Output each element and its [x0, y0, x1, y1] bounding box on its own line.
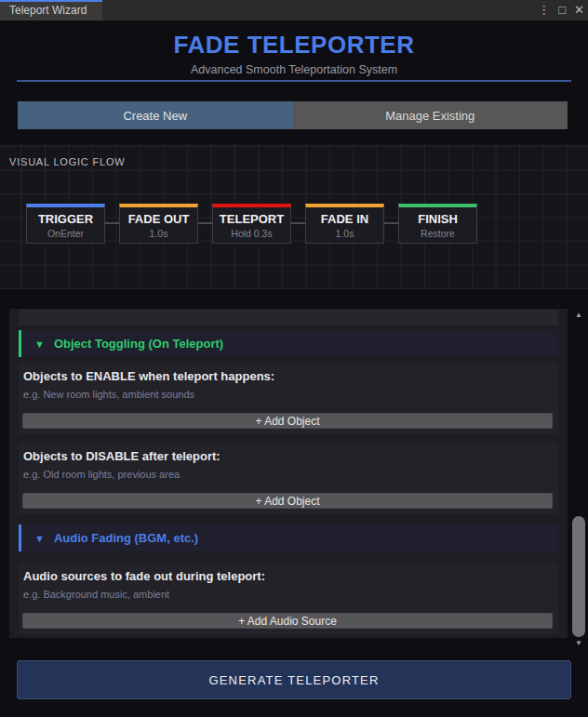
audio-sources-hint: e.g. Background music, ambient — [19, 589, 558, 600]
menu-icon[interactable]: ⋮ — [538, 0, 550, 20]
flow-node-trigger: TRIGGER OnEnter — [26, 204, 105, 244]
audio-sources-group: Audio sources to fade out during telepor… — [19, 563, 558, 634]
teleport-wizard-window: Teleport Wizard ⋮ □ ✕ FADE TELEPORTER Ad… — [0, 0, 588, 717]
maximize-icon[interactable]: □ — [558, 0, 566, 20]
node-title: TELEPORT — [213, 212, 290, 226]
section-title: Object Toggling (On Teleport) — [54, 337, 223, 351]
flow-node-finish: FINISH Restore — [398, 204, 477, 244]
main-tabs: Create New Manage Existing — [18, 101, 568, 129]
node-subtitle: 1.0s — [306, 228, 383, 239]
collapse-triangle-icon: ▼ — [34, 533, 45, 544]
window-controls: ⋮ □ ✕ — [538, 0, 584, 20]
disable-objects-group: Objects to DISABLE after teleport: e.g. … — [19, 443, 558, 514]
node-title: FADE IN — [306, 212, 383, 226]
scrollbar-down-arrow-icon[interactable]: ▼ — [571, 639, 586, 648]
add-enable-object-button[interactable]: + Add Object — [22, 413, 553, 429]
node-title: FINISH — [399, 212, 476, 226]
flow-node-teleport: TELEPORT Hold 0.3s — [212, 204, 291, 244]
tab-manage-existing[interactable]: Manage Existing — [293, 101, 568, 129]
enable-objects-hint: e.g. New room lights, ambient sounds — [19, 389, 558, 400]
disable-objects-hint: e.g. Old room lights, previous area — [19, 469, 558, 480]
collapse-triangle-icon: ▼ — [34, 339, 45, 350]
audio-sources-label: Audio sources to fade out during telepor… — [19, 569, 558, 583]
header-divider — [17, 80, 571, 82]
clipped-row — [19, 310, 558, 325]
node-subtitle: 1.0s — [120, 228, 197, 239]
flow-section-label: VISUAL LOGIC FLOW — [9, 156, 125, 167]
window-tab[interactable]: Teleport Wizard — [0, 0, 102, 20]
node-subtitle: Hold 0.3s — [213, 228, 290, 239]
add-audio-source-button[interactable]: + Add Audio Source — [22, 613, 553, 629]
generate-teleporter-button[interactable]: GENERATE TELEPORTER — [17, 660, 571, 699]
add-disable-object-button[interactable]: + Add Object — [22, 493, 553, 509]
node-title: FADE OUT — [120, 212, 197, 226]
section-title: Audio Fading (BGM, etc.) — [54, 531, 198, 545]
enable-objects-group: Objects to ENABLE when teleport happens:… — [19, 363, 558, 434]
scrollbar-up-arrow-icon[interactable]: ▲ — [571, 311, 586, 320]
flow-node-fade-out: FADE OUT 1.0s — [119, 204, 198, 244]
node-title: TRIGGER — [27, 212, 104, 226]
close-icon[interactable]: ✕ — [574, 0, 584, 20]
page-title: FADE TELEPORTER — [0, 31, 588, 60]
page-subtitle: Advanced Smooth Teleportation System — [0, 63, 588, 76]
flow-node-fade-in: FADE IN 1.0s — [305, 204, 384, 244]
scrollbar-thumb[interactable] — [572, 516, 585, 637]
disable-objects-label: Objects to DISABLE after teleport: — [19, 449, 558, 463]
title-bar: Teleport Wizard ⋮ □ ✕ — [0, 0, 588, 20]
flow-node-row: TRIGGER OnEnter FADE OUT 1.0s TELEPORT H… — [26, 204, 477, 244]
node-subtitle: OnEnter — [27, 228, 104, 239]
enable-objects-label: Objects to ENABLE when teleport happens: — [19, 369, 558, 383]
tab-create-new[interactable]: Create New — [18, 101, 293, 129]
section-header-object-toggling[interactable]: ▼ Object Toggling (On Teleport) — [19, 330, 558, 357]
visual-logic-flow-canvas: VISUAL LOGIC FLOW TRIGGER OnEnter FADE O… — [0, 144, 588, 289]
node-subtitle: Restore — [399, 228, 476, 239]
settings-scroll-panel: ▼ Object Toggling (On Teleport) Objects … — [9, 309, 568, 638]
section-header-audio-fading[interactable]: ▼ Audio Fading (BGM, etc.) — [19, 524, 558, 551]
